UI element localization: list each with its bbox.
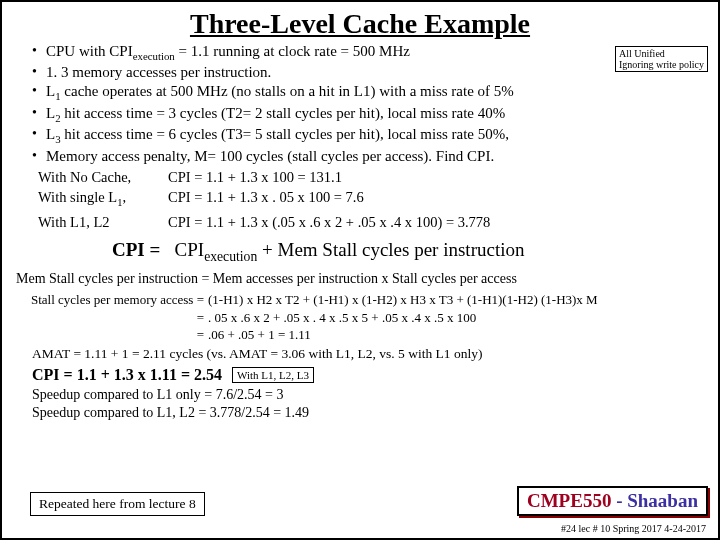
bullet-list: •CPU with CPIexecution = 1.1 running at …	[32, 42, 704, 165]
course-name: - Shaaban	[611, 490, 698, 511]
calc-0-l: With No Cache,	[38, 169, 168, 186]
main-eq-left: CPI =	[112, 239, 160, 260]
spma-block: Stall cycles per memory access =(1-H1) x…	[8, 291, 710, 344]
bullet-1: CPU with CPIexecution = 1.1 running at c…	[46, 42, 410, 63]
bullet-5: L3 hit access time = 6 cycles (T3= 5 sta…	[46, 125, 509, 146]
spma-0-r: (1-H1) x H2 x T2 + (1-H1) x (1-H2) x H3 …	[208, 291, 710, 309]
speedup-block: Speedup compared to L1 only = 7.6/2.54 =…	[32, 386, 708, 422]
footer-meta: #24 lec # 10 Spring 2017 4-24-2017	[561, 523, 706, 534]
slide: Three-Level Cache Example All Unified Ig…	[0, 0, 720, 540]
calc-1-r: CPI = 1.1 + 1.3 x . 05 x 100 = 7.6	[168, 189, 364, 208]
bullet-6: Memory access penalty, M= 100 cycles (st…	[46, 147, 494, 166]
calc-1-l: With single L1,	[38, 189, 168, 208]
calc-0-r: CPI = 1.1 + 1.3 x 100 = 131.1	[168, 169, 342, 186]
main-equation: CPI = CPIexecution + Mem Stall cycles pe…	[112, 239, 688, 265]
spma-1-l: =	[8, 309, 208, 327]
spma-2-l: =	[8, 326, 208, 344]
final-cpi-text: CPI = 1.1 + 1.3 x 1.11 = 2.54	[32, 366, 222, 384]
with-l123-box: With L1, L2, L3	[232, 367, 314, 383]
calc-block: With No Cache,CPI = 1.1 + 1.3 x 100 = 13…	[38, 169, 702, 231]
amat-line: AMAT = 1.11 + 1 = 2.11 cycles (vs. AMAT …	[32, 346, 708, 362]
calc-2-l: With L1, L2	[38, 214, 168, 231]
speedup-1: Speedup compared to L1 only = 7.6/2.54 =…	[32, 386, 708, 404]
bullet-2: 1. 3 memory accesses per instruction.	[46, 63, 271, 82]
spma-2-r: .06 + .05 + 1 = 1.11	[208, 326, 710, 344]
bullet-3: L1 cache operates at 500 MHz (no stalls …	[46, 82, 514, 103]
bullet-4: L2 hit access time = 3 cycles (T2= 2 sta…	[46, 104, 505, 125]
course-box: CMPE550 - Shaaban	[517, 486, 708, 516]
spma-0-l: Stall cycles per memory access =	[8, 291, 208, 309]
spma-1-r: . 05 x .6 x 2 + .05 x . 4 x .5 x 5 + .05…	[208, 309, 710, 327]
repeated-box: Repeated here from lecture 8	[30, 492, 205, 516]
main-eq-right: CPIexecution + Mem Stall cycles per inst…	[175, 239, 525, 260]
slide-title: Three-Level Cache Example	[2, 8, 718, 40]
speedup-2: Speedup compared to L1, L2 = 3.778/2.54 …	[32, 404, 708, 422]
calc-2-r: CPI = 1.1 + 1.3 x (.05 x .6 x 2 + .05 x …	[168, 214, 490, 231]
final-cpi: CPI = 1.1 + 1.3 x 1.11 = 2.54 With L1, L…	[32, 366, 708, 384]
mem-stall-eq: Mem Stall cycles per instruction = Mem a…	[16, 271, 706, 287]
course-code: CMPE550	[527, 490, 611, 511]
